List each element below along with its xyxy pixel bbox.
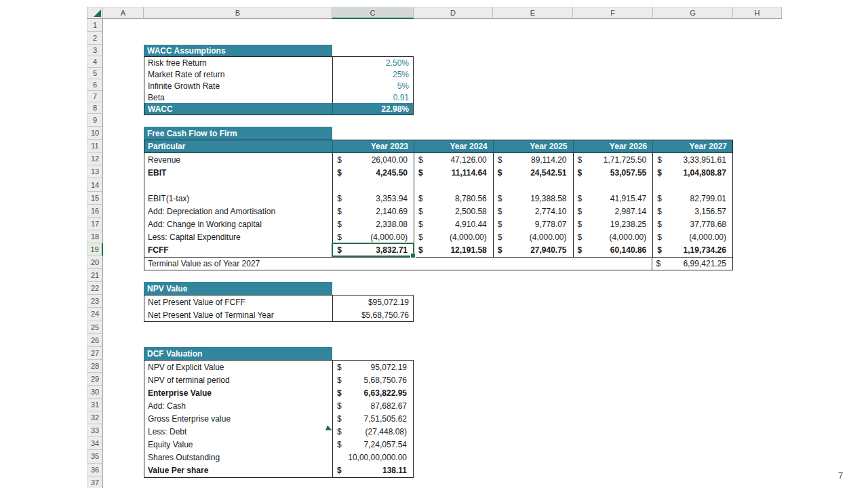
row-header-32[interactable]: 32 bbox=[87, 411, 103, 424]
cell-value[interactable]: $3,353.94 bbox=[332, 192, 414, 205]
row-header-3[interactable]: 3 bbox=[87, 45, 103, 56]
column-header-C[interactable]: C bbox=[332, 7, 414, 19]
cell-value[interactable]: $2,500.58 bbox=[414, 205, 493, 218]
row-header-26[interactable]: 26 bbox=[87, 334, 103, 347]
cell-value[interactable]: $12,191.58 bbox=[414, 244, 493, 257]
column-header-particular[interactable]: Particular bbox=[144, 140, 332, 152]
column-header-D[interactable]: D bbox=[414, 7, 493, 19]
select-all-button[interactable] bbox=[87, 7, 103, 19]
cell-value[interactable]: $5,68,750.76 bbox=[333, 373, 413, 386]
row-header-17[interactable]: 17 bbox=[87, 218, 103, 230]
row-header-22[interactable]: 22 bbox=[87, 282, 103, 295]
row-header-10[interactable]: 10 bbox=[87, 127, 103, 140]
row-header-30[interactable]: 30 bbox=[87, 386, 103, 399]
row-header-27[interactable]: 27 bbox=[87, 347, 103, 360]
column-header-B[interactable]: B bbox=[144, 7, 332, 19]
cell-value[interactable]: $2,987.14 bbox=[573, 205, 653, 218]
cell-value[interactable]: $89,114.20 bbox=[493, 153, 573, 166]
cell-value[interactable]: $60,140.86 bbox=[573, 244, 653, 257]
cell-value[interactable]: $82,799.01 bbox=[652, 192, 732, 205]
cell-label[interactable]: Less: Debt bbox=[144, 426, 333, 439]
cell-value[interactable]: $9,778.07 bbox=[493, 218, 573, 231]
cell-label[interactable]: Revenue bbox=[144, 153, 332, 166]
row-header-33[interactable]: 33 bbox=[87, 424, 103, 437]
column-header-G[interactable]: G bbox=[653, 7, 733, 19]
cell-label[interactable]: Market Rate of return bbox=[144, 68, 333, 80]
cell-value[interactable]: $19,238.25 bbox=[573, 218, 653, 231]
row-header-19[interactable]: 19 bbox=[87, 243, 103, 256]
cell-value[interactable]: 2.50% bbox=[333, 57, 413, 68]
row-header-29[interactable]: 29 bbox=[87, 373, 103, 386]
row-header-4[interactable]: 4 bbox=[87, 56, 103, 68]
dcf-title[interactable]: DCF Valuation bbox=[144, 347, 332, 360]
column-header-F[interactable]: F bbox=[573, 7, 653, 19]
cell-value[interactable]: $47,126.00 bbox=[414, 153, 493, 166]
column-header-H[interactable]: H bbox=[733, 7, 782, 19]
row-header-11[interactable]: 11 bbox=[87, 140, 103, 152]
cell-value[interactable]: 25% bbox=[333, 68, 413, 80]
cell-label[interactable]: Add: Change in Working capital bbox=[144, 218, 332, 231]
cell-value[interactable]: $24,542.51 bbox=[493, 166, 573, 179]
cell-value[interactable]: $19,388.58 bbox=[493, 192, 573, 205]
cell-value[interactable]: $11,114.64 bbox=[414, 166, 493, 179]
cell-label[interactable]: Infinite Growth Rate bbox=[144, 80, 333, 92]
cell-label[interactable]: Value Per share bbox=[144, 464, 333, 477]
cell-value[interactable]: $(4,000.00) bbox=[573, 231, 653, 244]
cell-label[interactable]: NPV of terminal period bbox=[144, 373, 333, 386]
cell-label[interactable]: NPV of Explicit Value bbox=[144, 361, 333, 373]
row-header-14[interactable]: 14 bbox=[87, 178, 103, 191]
cell-value[interactable]: $7,51,505.62 bbox=[333, 412, 413, 425]
cell-label[interactable]: Net Present Value of FCFF bbox=[144, 296, 333, 308]
cell-value[interactable]: $138.11 bbox=[333, 464, 413, 477]
row-header-25[interactable]: 25 bbox=[87, 321, 103, 334]
active-cell-selection[interactable] bbox=[332, 243, 414, 257]
cell-label[interactable]: Add: Cash bbox=[144, 399, 333, 412]
cell-label[interactable]: Risk free Return bbox=[144, 57, 333, 68]
cell-value[interactable]: $(4,000.00) bbox=[493, 231, 573, 244]
row-header-1[interactable]: 1 bbox=[87, 19, 103, 32]
row-header-35[interactable]: 35 bbox=[87, 450, 103, 463]
cell-value[interactable]: $95,072.19 bbox=[333, 361, 413, 373]
cell-value[interactable]: 10,00,00,000.00 bbox=[333, 451, 413, 464]
cell-value[interactable]: $41,915.47 bbox=[573, 192, 653, 205]
row-header-20[interactable]: 20 bbox=[87, 256, 103, 269]
cell-label[interactable]: Gross Enterprise value bbox=[144, 412, 333, 425]
cell-label[interactable]: Net Present Value of Terminal Year bbox=[144, 308, 333, 321]
row-header-23[interactable]: 23 bbox=[87, 295, 103, 308]
fcff-title[interactable]: Free Cash Flow to Firm bbox=[144, 127, 332, 140]
column-header-A[interactable]: A bbox=[103, 7, 144, 19]
cell-label[interactable]: Add: Depreciation and Amortisation bbox=[144, 205, 332, 218]
row-header-8[interactable]: 8 bbox=[87, 102, 103, 114]
cell-value[interactable]: $(4,000.00) bbox=[332, 231, 414, 244]
cell-value[interactable]: $3,33,951.61 bbox=[652, 153, 732, 166]
row-header-6[interactable]: 6 bbox=[87, 79, 103, 91]
row-header-5[interactable]: 5 bbox=[87, 68, 103, 79]
row-header-37[interactable]: 37 bbox=[87, 476, 103, 488]
cell-value[interactable]: $1,19,734.26 bbox=[652, 244, 732, 257]
row-header-31[interactable]: 31 bbox=[87, 399, 103, 411]
cell-label[interactable]: WACC bbox=[144, 103, 333, 115]
cell-value[interactable]: $6,99,421.25 bbox=[652, 258, 733, 270]
row-header-13[interactable]: 13 bbox=[87, 165, 103, 178]
column-header-year[interactable]: Year 2025 bbox=[493, 140, 573, 152]
column-header-E[interactable]: E bbox=[493, 7, 573, 19]
cell-label[interactable]: Equity Value bbox=[144, 439, 333, 451]
cell-value[interactable]: $37,778.68 bbox=[652, 218, 732, 231]
column-header-year[interactable]: Year 2027 bbox=[652, 140, 732, 152]
cell-value[interactable]: $1,71,725.50 bbox=[573, 153, 653, 166]
cell-value[interactable]: $27,940.75 bbox=[493, 244, 573, 257]
cell-value[interactable]: $2,774.10 bbox=[493, 205, 573, 218]
cell-value[interactable]: $53,057.55 bbox=[573, 166, 653, 179]
fill-handle[interactable] bbox=[410, 253, 416, 258]
cell-value[interactable]: $95,072.19 bbox=[333, 296, 413, 308]
cell-label[interactable]: Shares Outstanding bbox=[144, 451, 333, 464]
row-header-21[interactable]: 21 bbox=[87, 269, 103, 282]
cell-value[interactable]: $2,140.69 bbox=[332, 205, 414, 218]
cell-label[interactable]: Enterprise Value bbox=[144, 386, 333, 399]
row-header-16[interactable]: 16 bbox=[87, 205, 103, 218]
cell-value[interactable]: $4,910.44 bbox=[414, 218, 493, 231]
cell-value[interactable]: $87,682.67 bbox=[333, 399, 413, 412]
row-header-15[interactable]: 15 bbox=[87, 192, 103, 205]
row-header-12[interactable]: 12 bbox=[87, 152, 103, 165]
cell-label[interactable]: Terminal Value as of Year 2027 bbox=[144, 258, 652, 270]
